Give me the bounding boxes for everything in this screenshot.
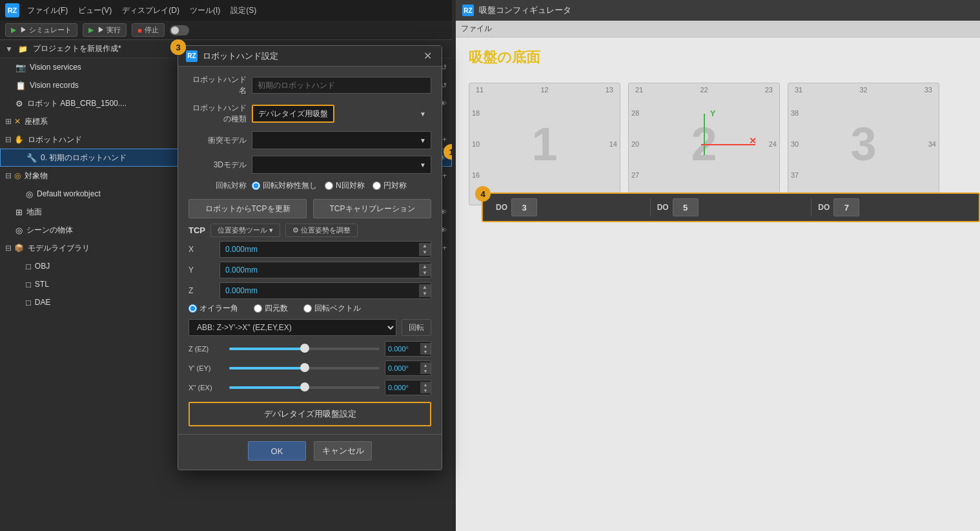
y-up[interactable]: ▲ bbox=[419, 264, 431, 270]
z-down[interactable]: ▼ bbox=[419, 291, 431, 297]
rotation-vector-option[interactable]: 回転ベクトル bbox=[303, 303, 361, 314]
stop-icon: ■ bbox=[138, 26, 142, 34]
type-select-wrapper: デパレタイズ用吸盤 bbox=[252, 105, 431, 123]
project-expand-icon: ▼ bbox=[5, 45, 13, 54]
x-up[interactable]: ▲ bbox=[419, 243, 431, 249]
y-label: Y bbox=[189, 266, 214, 275]
x-axis-mark: ✕ bbox=[748, 136, 758, 146]
group1-number: 1 bbox=[531, 118, 557, 171]
toggle-switch[interactable] bbox=[170, 25, 189, 36]
z-up[interactable]: ▲ bbox=[419, 284, 431, 291]
execute-button[interactable]: ▶ ▶ 実行 bbox=[83, 23, 127, 37]
slider-ez-track[interactable] bbox=[229, 348, 380, 350]
tcp-tool-button[interactable]: 位置姿勢ツール ▾ bbox=[210, 224, 280, 237]
slider-ex-fill bbox=[229, 386, 305, 389]
rotate-button[interactable]: 回転 bbox=[402, 319, 431, 336]
suction-heading: 吸盤の底面 bbox=[469, 48, 967, 67]
do-input-1[interactable] bbox=[511, 198, 537, 216]
z-spinner: ▲ ▼ bbox=[419, 284, 431, 297]
slider-ey-thumb[interactable] bbox=[300, 363, 309, 372]
collision-select[interactable] bbox=[252, 131, 431, 149]
x-input[interactable] bbox=[220, 245, 419, 254]
tcp-label: TCP bbox=[189, 225, 205, 235]
slider-ez-thumb[interactable] bbox=[300, 344, 309, 353]
ez-up[interactable]: ▲ bbox=[420, 343, 431, 349]
ey-up[interactable]: ▲ bbox=[420, 362, 431, 368]
rotation-option-none[interactable]: 回転対称性無し bbox=[252, 180, 317, 191]
menu-settings[interactable]: 設定(S) bbox=[230, 5, 256, 16]
menu-view[interactable]: ビュー(V) bbox=[78, 5, 112, 16]
stl-icon: □ bbox=[26, 280, 31, 289]
do-group-2: DO bbox=[651, 198, 812, 216]
rotation-option-n[interactable]: N回対称 bbox=[325, 180, 365, 191]
slider-ex-input[interactable] bbox=[385, 384, 420, 391]
suction-app-icon: RZ bbox=[462, 5, 474, 16]
menu-tools[interactable]: ツール(I) bbox=[190, 5, 220, 16]
suction-menu-file[interactable]: ファイル bbox=[461, 23, 492, 34]
x-down[interactable]: ▼ bbox=[419, 249, 431, 256]
name-input[interactable] bbox=[252, 77, 431, 94]
y-row: Y ▲ ▼ bbox=[189, 262, 431, 278]
cancel-button[interactable]: キャンセル bbox=[314, 441, 372, 461]
depal-settings-button[interactable]: デパレタイズ用吸盤設定 bbox=[190, 403, 430, 425]
menu-file[interactable]: ファイル(F) bbox=[27, 5, 68, 16]
x-axis bbox=[701, 144, 755, 145]
dialog-footer: OK キャンセル bbox=[178, 434, 442, 470]
slider-ey-track[interactable] bbox=[229, 367, 380, 370]
quaternion-option[interactable]: 四元数 bbox=[254, 303, 288, 314]
ez-down[interactable]: ▼ bbox=[420, 349, 431, 355]
play-icon: ▶ bbox=[11, 26, 16, 34]
records-icon: 📋 bbox=[15, 81, 26, 90]
slider-ey-input[interactable] bbox=[385, 364, 420, 372]
suction-group-1: 11 12 13 18 10 16 14 15 bbox=[469, 83, 620, 205]
badge-3: 3 bbox=[170, 39, 186, 55]
menu-bar: ファイル(F) ビュー(V) ディスプレイ(D) ツール(I) 設定(S) bbox=[27, 5, 256, 16]
rotation-option-circle[interactable]: 円対称 bbox=[373, 180, 407, 191]
add-target-button[interactable]: + bbox=[442, 171, 447, 180]
do-input-3[interactable] bbox=[833, 198, 859, 216]
euler-option[interactable]: オイラー角 bbox=[189, 303, 238, 314]
y-down[interactable]: ▼ bbox=[419, 270, 431, 276]
badge-4: 4 bbox=[475, 186, 491, 202]
menu-display[interactable]: ディスプレイ(D) bbox=[122, 5, 179, 16]
model3d-select[interactable] bbox=[252, 156, 431, 174]
title-bar: RZ ファイル(F) ビュー(V) ディスプレイ(D) ツール(I) 設定(S) bbox=[0, 0, 452, 21]
ok-button[interactable]: OK bbox=[248, 441, 306, 461]
y-input[interactable] bbox=[220, 266, 419, 275]
euler-select[interactable]: ABB: Z->Y'->X'' (EZ,EY,EX) bbox=[189, 319, 396, 336]
ex-up[interactable]: ▲ bbox=[420, 382, 431, 388]
x-spinner: ▲ ▼ bbox=[419, 243, 431, 256]
ey-down[interactable]: ▼ bbox=[420, 368, 431, 374]
simulate-button[interactable]: ▶ ▶ シミュレート bbox=[5, 23, 77, 37]
add-robot-hand-button[interactable]: + bbox=[442, 135, 447, 144]
depal-button-row: 3 デパレタイズ用吸盤設定 bbox=[189, 402, 431, 426]
type-select[interactable]: デパレタイズ用吸盤 bbox=[252, 105, 334, 123]
add-model-button[interactable]: + bbox=[442, 244, 447, 253]
name-field-label: ロボットハンド名 bbox=[189, 74, 247, 96]
stop-button[interactable]: ■ 停止 bbox=[132, 23, 165, 37]
dae-icon: □ bbox=[26, 298, 31, 307]
do-group-1: DO bbox=[489, 198, 651, 216]
slider-ex-label: X'' (EX) bbox=[189, 384, 224, 391]
ex-down[interactable]: ▼ bbox=[420, 388, 431, 393]
slider-ey-value-wrap: ▲ ▼ bbox=[385, 360, 431, 376]
camera-icon: 📷 bbox=[15, 63, 26, 72]
slider-ex-thumb[interactable] bbox=[300, 382, 309, 391]
tcp-update-button[interactable]: ロボットからTCPを更新 bbox=[189, 199, 307, 218]
z-input[interactable] bbox=[220, 286, 419, 295]
collision-label: 衝突モデル bbox=[189, 135, 247, 146]
target-section-icon: ◎ bbox=[14, 171, 21, 180]
model-lib-expand-icon: ⊟ bbox=[5, 244, 12, 253]
tcp-calib-button[interactable]: TCPキャリブレーション bbox=[313, 199, 431, 218]
slider-ez-input[interactable] bbox=[385, 345, 420, 353]
dialog-close-button[interactable]: ✕ bbox=[421, 50, 434, 63]
x-row: X ▲ ▼ bbox=[189, 241, 431, 258]
slider-ex-track[interactable] bbox=[229, 386, 380, 389]
pose-adjust-button[interactable]: ⚙ 位置姿勢を調整 bbox=[285, 224, 358, 237]
suction-panel: RZ 吸盤コンフィギュレータ ファイル 吸盤の底面 11 12 13 18 10… bbox=[456, 0, 980, 531]
do-input-2[interactable] bbox=[673, 198, 699, 216]
collision-row: 衝突モデル bbox=[189, 131, 431, 149]
slider-ex-value-wrap: ▲ ▼ bbox=[385, 380, 431, 395]
y-axis bbox=[704, 114, 705, 155]
dialog-body: ロボットハンド名 ロボットハンドの種類 デパレタイズ用吸盤 衝突モデル 3Dモデ… bbox=[178, 67, 442, 434]
